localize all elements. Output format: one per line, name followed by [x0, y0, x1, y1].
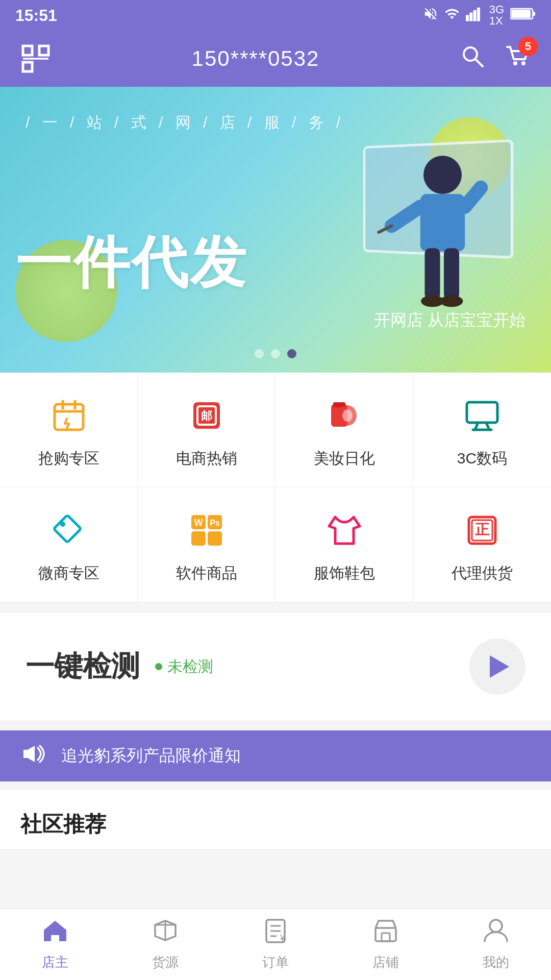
- header-left[interactable]: [20, 43, 51, 74]
- detection-play-button[interactable]: [469, 639, 525, 695]
- header-right: 5: [460, 44, 531, 74]
- detection-section: 一键检测 未检测: [0, 613, 551, 720]
- banner-subtitle: / 一 / 站 / 式 / 网 / 店 / 服 / 务 /: [26, 112, 344, 133]
- shirt-icon: [326, 512, 363, 549]
- person-icon: [483, 918, 509, 949]
- category-wechat-label: 微商专区: [38, 563, 99, 584]
- certificate-icon: 正: [464, 512, 500, 549]
- svg-rect-6: [511, 10, 531, 18]
- ecommerce-hot-icon-wrap: 邮: [184, 393, 229, 438]
- category-agency[interactable]: 正 代理供货: [413, 487, 551, 602]
- apps-icon: W Ps: [188, 512, 225, 549]
- nav-store-label: 店铺: [372, 953, 399, 971]
- flash-sale-icon-wrap: [46, 393, 91, 438]
- stamp-icon: 邮: [188, 397, 225, 434]
- detection-status-dot: [155, 663, 162, 670]
- banner-dot-2[interactable]: [271, 349, 280, 358]
- nav-orders[interactable]: ¥ 订单: [252, 913, 299, 976]
- svg-rect-7: [23, 46, 32, 55]
- banner-sub-text: 开网店 从店宝宝开始: [374, 309, 525, 332]
- nav-source[interactable]: 货源: [142, 913, 189, 976]
- clothing-icon-wrap: [322, 508, 367, 553]
- svg-rect-58: [382, 933, 390, 941]
- svg-rect-2: [473, 10, 476, 21]
- svg-text:邮: 邮: [201, 409, 212, 422]
- category-digital-label: 3C数码: [457, 448, 507, 469]
- nav-mine[interactable]: 我的: [472, 913, 519, 976]
- category-digital[interactable]: 3C数码: [413, 373, 551, 487]
- detection-status: 未检测: [155, 656, 213, 677]
- nav-mine-label: 我的: [483, 953, 509, 971]
- svg-rect-3: [477, 7, 480, 21]
- wechat-icon-wrap: [46, 508, 91, 553]
- svg-text:¥: ¥: [280, 933, 286, 943]
- category-clothing[interactable]: 服饰鞋包: [276, 487, 413, 602]
- section-heading-text: 社区推荐: [20, 812, 106, 836]
- notice-text: 追光豹系列产品限价通知: [61, 745, 241, 767]
- account-display: 150****0532: [192, 46, 320, 71]
- play-triangle-icon: [490, 655, 509, 678]
- svg-rect-1: [469, 12, 472, 21]
- nav-source-label: 货源: [152, 953, 179, 971]
- category-flash-sale-label: 抢购专区: [38, 448, 99, 469]
- category-beauty[interactable]: 美妆日化: [276, 373, 413, 487]
- svg-point-34: [342, 409, 353, 422]
- category-beauty-label: 美妆日化: [314, 448, 375, 469]
- svg-rect-39: [54, 515, 81, 543]
- banner: / 一 / 站 / 式 / 网 / 店 / 服 / 务 / 一件代发 开网店 从…: [0, 87, 551, 373]
- network-type-icon: 3G1X: [489, 4, 504, 27]
- status-icons: 3G1X: [423, 4, 536, 27]
- cart-badge: 5: [518, 37, 538, 56]
- category-software[interactable]: W Ps 软件商品: [138, 487, 276, 602]
- category-agency-label: 代理供货: [452, 563, 513, 584]
- category-wechat[interactable]: 微商专区: [0, 487, 138, 602]
- search-icon[interactable]: [460, 44, 485, 74]
- agency-icon-wrap: 正: [460, 508, 505, 553]
- svg-point-40: [60, 522, 65, 527]
- svg-rect-35: [467, 402, 497, 423]
- store-icon: [372, 918, 399, 949]
- banner-dot-3[interactable]: [287, 349, 296, 358]
- digital-icon-wrap: [460, 393, 505, 438]
- diamond-tag-icon: [51, 512, 87, 549]
- category-flash-sale[interactable]: 抢购专区: [0, 373, 138, 487]
- banner-dot-1[interactable]: [255, 349, 264, 358]
- status-bar: 15:51 3G1X: [0, 0, 551, 31]
- status-time: 15:51: [15, 6, 57, 25]
- notice-speaker-icon: [20, 743, 46, 770]
- beauty-icon-wrap: [322, 393, 367, 438]
- scan-icon[interactable]: [20, 43, 51, 74]
- bottom-nav: 店主 货源 ¥ 订单: [0, 909, 551, 980]
- nav-store[interactable]: 店铺: [362, 913, 409, 976]
- category-ecommerce-hot[interactable]: 邮 电商热销: [138, 373, 276, 487]
- svg-point-13: [513, 61, 517, 65]
- wifi-icon: [444, 6, 460, 25]
- box-icon: [152, 918, 179, 949]
- notice-bar[interactable]: 追光豹系列产品限价通知: [0, 730, 551, 781]
- svg-rect-46: [208, 531, 222, 546]
- nav-home-label: 店主: [42, 953, 68, 971]
- svg-rect-0: [466, 15, 469, 21]
- svg-point-15: [423, 156, 462, 194]
- header: 150****0532 5: [0, 31, 551, 87]
- nav-home[interactable]: 店主: [32, 913, 79, 976]
- battery-icon: [510, 7, 536, 24]
- home-icon: [42, 918, 68, 949]
- svg-rect-9: [23, 62, 32, 71]
- svg-rect-57: [375, 928, 396, 941]
- svg-rect-5: [533, 12, 535, 16]
- svg-point-22: [440, 296, 463, 307]
- monitor-icon: [464, 397, 500, 434]
- signal-icon: [466, 6, 483, 25]
- svg-rect-16: [420, 194, 465, 252]
- svg-point-59: [490, 920, 502, 932]
- svg-rect-19: [425, 248, 440, 299]
- cart-icon[interactable]: 5: [505, 44, 531, 74]
- calendar-icon: [51, 397, 87, 434]
- category-grid: 抢购专区 邮 电商热销 美妆日化: [0, 373, 551, 603]
- svg-line-12: [475, 59, 483, 66]
- category-ecommerce-hot-label: 电商热销: [176, 448, 237, 469]
- svg-line-17: [392, 207, 420, 226]
- orders-icon: ¥: [262, 918, 289, 949]
- category-clothing-label: 服饰鞋包: [314, 563, 375, 584]
